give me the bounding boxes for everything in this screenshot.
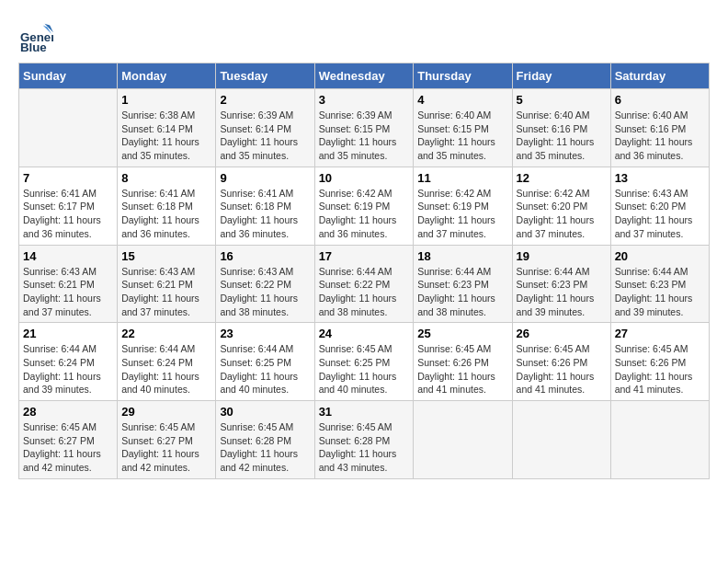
logo-icon: General Blue xyxy=(18,18,53,53)
column-header-monday: Monday xyxy=(118,63,216,89)
week-row-3: 14Sunrise: 6:43 AMSunset: 6:21 PMDayligh… xyxy=(19,245,710,323)
day-number: 14 xyxy=(23,249,113,263)
day-number: 15 xyxy=(121,249,211,263)
day-number: 29 xyxy=(121,405,211,419)
day-cell: 29Sunrise: 6:45 AMSunset: 6:27 PMDayligh… xyxy=(118,401,216,479)
day-number: 25 xyxy=(417,327,507,340)
day-cell xyxy=(19,89,118,167)
day-cell: 13Sunrise: 6:43 AMSunset: 6:20 PMDayligh… xyxy=(610,167,709,245)
day-info: Sunrise: 6:45 AMSunset: 6:25 PMDaylight:… xyxy=(319,342,410,396)
day-info: Sunrise: 6:45 AMSunset: 6:26 PMDaylight:… xyxy=(417,342,507,396)
day-number: 1 xyxy=(121,93,211,107)
day-number: 21 xyxy=(23,327,113,340)
day-info: Sunrise: 6:43 AMSunset: 6:21 PMDaylight:… xyxy=(121,265,211,319)
day-cell: 5Sunrise: 6:40 AMSunset: 6:16 PMDaylight… xyxy=(512,89,610,167)
day-number: 12 xyxy=(517,171,607,185)
day-info: Sunrise: 6:42 AMSunset: 6:19 PMDaylight:… xyxy=(319,187,410,241)
day-cell: 1Sunrise: 6:38 AMSunset: 6:14 PMDaylight… xyxy=(118,89,216,167)
column-header-wednesday: Wednesday xyxy=(314,63,414,89)
week-row-5: 28Sunrise: 6:45 AMSunset: 6:27 PMDayligh… xyxy=(19,401,710,479)
day-info: Sunrise: 6:41 AMSunset: 6:18 PMDaylight:… xyxy=(220,187,310,241)
column-header-sunday: Sunday xyxy=(19,63,118,89)
day-info: Sunrise: 6:45 AMSunset: 6:27 PMDaylight:… xyxy=(121,420,211,475)
week-row-2: 7Sunrise: 6:41 AMSunset: 6:17 PMDaylight… xyxy=(19,167,710,245)
day-cell: 21Sunrise: 6:44 AMSunset: 6:24 PMDayligh… xyxy=(19,323,118,401)
day-cell: 28Sunrise: 6:45 AMSunset: 6:27 PMDayligh… xyxy=(19,401,118,479)
day-cell: 25Sunrise: 6:45 AMSunset: 6:26 PMDayligh… xyxy=(414,323,512,401)
logo: General Blue xyxy=(18,18,57,53)
day-number: 3 xyxy=(319,93,410,107)
day-cell: 3Sunrise: 6:39 AMSunset: 6:15 PMDaylight… xyxy=(314,89,414,167)
day-cell: 19Sunrise: 6:44 AMSunset: 6:23 PMDayligh… xyxy=(512,245,610,323)
day-cell: 12Sunrise: 6:42 AMSunset: 6:20 PMDayligh… xyxy=(512,167,610,245)
day-info: Sunrise: 6:44 AMSunset: 6:23 PMDaylight:… xyxy=(517,265,607,319)
day-info: Sunrise: 6:40 AMSunset: 6:15 PMDaylight:… xyxy=(417,109,507,163)
day-info: Sunrise: 6:45 AMSunset: 6:26 PMDaylight:… xyxy=(615,342,705,396)
day-cell xyxy=(610,401,709,479)
day-number: 27 xyxy=(615,327,705,340)
day-info: Sunrise: 6:44 AMSunset: 6:25 PMDaylight:… xyxy=(220,342,310,396)
day-number: 17 xyxy=(319,249,410,263)
day-number: 24 xyxy=(319,327,410,340)
day-cell: 20Sunrise: 6:44 AMSunset: 6:23 PMDayligh… xyxy=(610,245,709,323)
day-number: 8 xyxy=(121,171,211,185)
day-info: Sunrise: 6:43 AMSunset: 6:20 PMDaylight:… xyxy=(615,187,705,241)
day-cell: 31Sunrise: 6:45 AMSunset: 6:28 PMDayligh… xyxy=(314,401,414,479)
day-cell xyxy=(512,401,610,479)
day-info: Sunrise: 6:44 AMSunset: 6:24 PMDaylight:… xyxy=(121,342,211,396)
svg-text:Blue: Blue xyxy=(20,40,47,53)
day-number: 22 xyxy=(121,327,211,340)
day-number: 4 xyxy=(417,93,507,107)
day-number: 19 xyxy=(517,249,607,263)
day-number: 2 xyxy=(220,93,310,107)
day-info: Sunrise: 6:44 AMSunset: 6:23 PMDaylight:… xyxy=(417,265,507,319)
column-header-tuesday: Tuesday xyxy=(216,63,314,89)
day-cell: 11Sunrise: 6:42 AMSunset: 6:19 PMDayligh… xyxy=(414,167,512,245)
page-header: General Blue xyxy=(18,18,710,53)
day-info: Sunrise: 6:45 AMSunset: 6:27 PMDaylight:… xyxy=(23,420,113,475)
day-number: 13 xyxy=(615,171,705,185)
column-header-saturday: Saturday xyxy=(610,63,709,89)
calendar-table: SundayMondayTuesdayWednesdayThursdayFrid… xyxy=(18,63,710,479)
day-number: 11 xyxy=(417,171,507,185)
day-info: Sunrise: 6:41 AMSunset: 6:17 PMDaylight:… xyxy=(23,187,113,241)
day-number: 30 xyxy=(220,405,310,419)
day-number: 9 xyxy=(220,171,310,185)
day-cell: 4Sunrise: 6:40 AMSunset: 6:15 PMDaylight… xyxy=(414,89,512,167)
day-cell: 18Sunrise: 6:44 AMSunset: 6:23 PMDayligh… xyxy=(414,245,512,323)
day-number: 31 xyxy=(319,405,410,419)
day-cell: 7Sunrise: 6:41 AMSunset: 6:17 PMDaylight… xyxy=(19,167,118,245)
column-header-friday: Friday xyxy=(512,63,610,89)
day-cell: 6Sunrise: 6:40 AMSunset: 6:16 PMDaylight… xyxy=(610,89,709,167)
day-cell: 9Sunrise: 6:41 AMSunset: 6:18 PMDaylight… xyxy=(216,167,314,245)
day-info: Sunrise: 6:38 AMSunset: 6:14 PMDaylight:… xyxy=(121,109,211,163)
day-cell: 27Sunrise: 6:45 AMSunset: 6:26 PMDayligh… xyxy=(610,323,709,401)
day-info: Sunrise: 6:42 AMSunset: 6:19 PMDaylight:… xyxy=(417,187,507,241)
day-number: 18 xyxy=(417,249,507,263)
day-cell: 2Sunrise: 6:39 AMSunset: 6:14 PMDaylight… xyxy=(216,89,314,167)
day-number: 10 xyxy=(319,171,410,185)
day-cell: 8Sunrise: 6:41 AMSunset: 6:18 PMDaylight… xyxy=(118,167,216,245)
day-info: Sunrise: 6:40 AMSunset: 6:16 PMDaylight:… xyxy=(517,109,607,163)
day-cell: 26Sunrise: 6:45 AMSunset: 6:26 PMDayligh… xyxy=(512,323,610,401)
day-info: Sunrise: 6:43 AMSunset: 6:21 PMDaylight:… xyxy=(23,265,113,319)
day-number: 23 xyxy=(220,327,310,340)
day-cell: 22Sunrise: 6:44 AMSunset: 6:24 PMDayligh… xyxy=(118,323,216,401)
day-number: 6 xyxy=(615,93,705,107)
day-info: Sunrise: 6:40 AMSunset: 6:16 PMDaylight:… xyxy=(615,109,705,163)
day-cell: 14Sunrise: 6:43 AMSunset: 6:21 PMDayligh… xyxy=(19,245,118,323)
day-number: 7 xyxy=(23,171,113,185)
calendar-header-row: SundayMondayTuesdayWednesdayThursdayFrid… xyxy=(19,63,710,89)
day-info: Sunrise: 6:42 AMSunset: 6:20 PMDaylight:… xyxy=(517,187,607,241)
day-number: 26 xyxy=(517,327,607,340)
day-info: Sunrise: 6:43 AMSunset: 6:22 PMDaylight:… xyxy=(220,265,310,319)
day-info: Sunrise: 6:39 AMSunset: 6:14 PMDaylight:… xyxy=(220,109,310,163)
day-cell xyxy=(414,401,512,479)
day-number: 20 xyxy=(615,249,705,263)
week-row-4: 21Sunrise: 6:44 AMSunset: 6:24 PMDayligh… xyxy=(19,323,710,401)
week-row-1: 1Sunrise: 6:38 AMSunset: 6:14 PMDaylight… xyxy=(19,89,710,167)
day-info: Sunrise: 6:45 AMSunset: 6:28 PMDaylight:… xyxy=(220,420,310,475)
day-cell: 23Sunrise: 6:44 AMSunset: 6:25 PMDayligh… xyxy=(216,323,314,401)
day-number: 16 xyxy=(220,249,310,263)
day-info: Sunrise: 6:45 AMSunset: 6:26 PMDaylight:… xyxy=(517,342,607,396)
